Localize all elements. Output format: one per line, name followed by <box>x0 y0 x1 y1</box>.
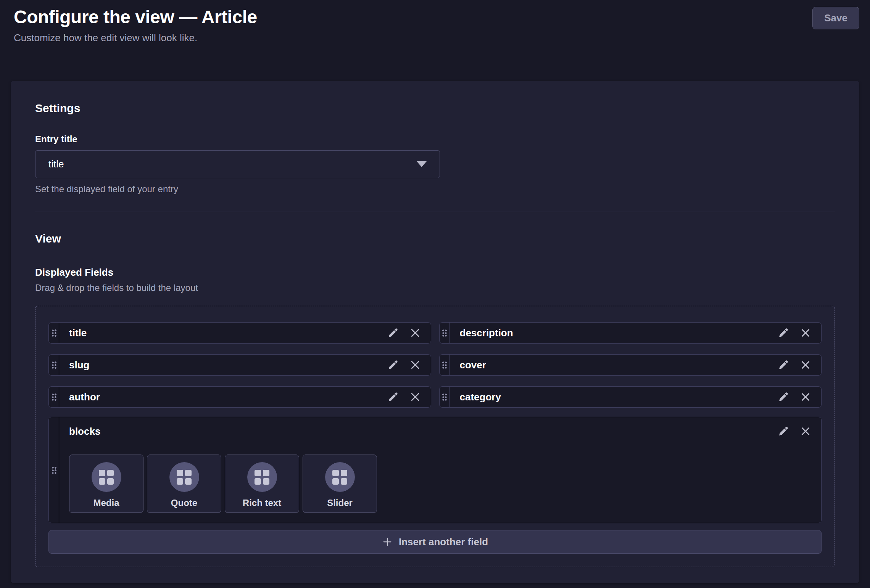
remove-field-button[interactable] <box>409 390 422 403</box>
displayed-fields-hint: Drag & drop the fields to build the layo… <box>35 282 835 294</box>
page-subtitle: Customize how the edit view will look li… <box>14 31 859 44</box>
pencil-icon <box>778 391 789 403</box>
field-label: title <box>69 327 387 339</box>
plus-icon <box>382 537 393 547</box>
page-title: Configure the view — Article <box>14 6 859 28</box>
close-icon <box>409 327 421 339</box>
configuration-card: Settings Entry title title Set the displ… <box>11 81 859 583</box>
close-icon <box>800 359 811 371</box>
component-circle <box>247 462 277 492</box>
field-box-blocks[interactable]: blocks Media <box>48 417 822 523</box>
field-label: category <box>460 391 777 403</box>
insert-another-field-button[interactable]: Insert another field <box>48 530 822 554</box>
close-icon <box>409 359 421 371</box>
pencil-icon <box>387 327 399 339</box>
edit-field-button[interactable] <box>777 358 790 371</box>
component-card-quote[interactable]: Quote <box>147 455 221 513</box>
grip-dots-icon <box>442 393 447 401</box>
blocks-content: blocks Media <box>59 417 821 523</box>
settings-section: Settings Entry title title Set the displ… <box>35 101 835 195</box>
components-row: Media Quote Rich text <box>69 455 811 513</box>
remove-field-button[interactable] <box>799 425 812 438</box>
view-heading: View <box>35 232 835 246</box>
entry-title-field: Entry title title Set the displayed fiel… <box>35 133 835 195</box>
component-label: Media <box>93 498 119 508</box>
edit-field-button[interactable] <box>387 390 400 403</box>
grip-dots-icon <box>52 393 56 401</box>
displayed-fields-label: Displayed Fields <box>35 266 835 278</box>
field-box-description[interactable]: description <box>439 322 822 344</box>
edit-field-button[interactable] <box>777 425 790 438</box>
field-label: description <box>460 327 777 339</box>
fields-dropzone[interactable]: title description slug <box>35 306 835 567</box>
field-label: blocks <box>69 426 777 437</box>
pencil-icon <box>778 327 789 339</box>
field-label: cover <box>460 359 777 371</box>
entry-title-hint: Set the displayed field of your entry <box>35 183 835 195</box>
save-button[interactable]: Save <box>812 7 859 29</box>
section-divider <box>35 212 835 212</box>
grip-dots-icon <box>52 466 56 474</box>
fields-grid: title description slug <box>48 322 822 408</box>
grip-dots-icon <box>442 329 447 337</box>
drag-handle-icon[interactable] <box>440 323 450 343</box>
component-grid-icon <box>332 470 347 485</box>
field-box-cover[interactable]: cover <box>439 354 822 376</box>
component-circle <box>169 462 199 492</box>
page-header: Configure the view — Article Customize h… <box>0 0 870 44</box>
component-card-slider[interactable]: Slider <box>303 455 377 513</box>
remove-field-button[interactable] <box>409 326 422 339</box>
caret-down-icon <box>417 161 427 167</box>
remove-field-button[interactable] <box>799 358 812 371</box>
grip-dots-icon <box>52 361 56 369</box>
pencil-icon <box>387 359 399 371</box>
insert-another-field-label: Insert another field <box>399 536 488 548</box>
pencil-icon <box>778 426 789 437</box>
component-label: Slider <box>327 498 353 508</box>
entry-title-select-value: title <box>48 158 64 170</box>
remove-field-button[interactable] <box>799 390 812 403</box>
blocks-header: blocks <box>59 425 821 438</box>
drag-handle-icon[interactable] <box>440 355 450 375</box>
drag-handle-icon[interactable] <box>49 355 59 375</box>
entry-title-select[interactable]: title <box>35 150 440 178</box>
close-icon <box>800 426 811 437</box>
component-label: Quote <box>171 498 197 508</box>
grip-dots-icon <box>442 361 447 369</box>
drag-handle-icon[interactable] <box>49 417 59 523</box>
edit-field-button[interactable] <box>387 358 400 371</box>
component-circle <box>325 462 355 492</box>
drag-handle-icon[interactable] <box>49 323 59 343</box>
component-grid-icon <box>99 470 114 485</box>
drag-handle-icon[interactable] <box>440 387 450 407</box>
close-icon <box>800 391 811 403</box>
component-card-media[interactable]: Media <box>69 455 143 513</box>
close-icon <box>800 327 811 339</box>
field-box-slug[interactable]: slug <box>48 354 431 376</box>
edit-field-button[interactable] <box>387 326 400 339</box>
entry-title-label: Entry title <box>35 133 835 145</box>
component-circle <box>92 462 121 492</box>
pencil-icon <box>387 391 399 403</box>
edit-field-button[interactable] <box>777 326 790 339</box>
pencil-icon <box>778 359 789 371</box>
remove-field-button[interactable] <box>799 326 812 339</box>
component-grid-icon <box>255 470 269 485</box>
grip-dots-icon <box>52 329 56 337</box>
settings-heading: Settings <box>35 101 835 115</box>
close-icon <box>409 391 421 403</box>
drag-handle-icon[interactable] <box>49 387 59 407</box>
field-label: author <box>69 391 387 403</box>
component-card-rich-text[interactable]: Rich text <box>225 455 299 513</box>
component-label: Rich text <box>243 498 281 508</box>
field-box-author[interactable]: author <box>48 386 431 408</box>
view-section: View Displayed Fields Drag & drop the fi… <box>35 232 835 567</box>
component-grid-icon <box>177 470 192 485</box>
edit-field-button[interactable] <box>777 390 790 403</box>
remove-field-button[interactable] <box>409 358 422 371</box>
field-box-title[interactable]: title <box>48 322 431 344</box>
field-label: slug <box>69 359 387 371</box>
field-box-category[interactable]: category <box>439 386 822 408</box>
